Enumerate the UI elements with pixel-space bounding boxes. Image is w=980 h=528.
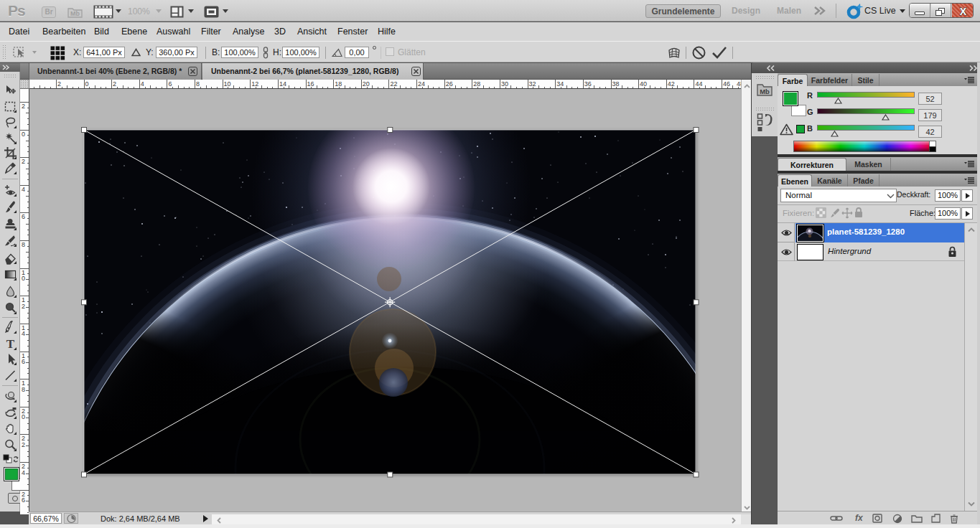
- svg-text:Mb: Mb: [760, 88, 770, 95]
- svg-text:X: X: [960, 6, 967, 17]
- svg-text:T: T: [6, 337, 15, 351]
- svg-text:Mb: Mb: [70, 10, 80, 17]
